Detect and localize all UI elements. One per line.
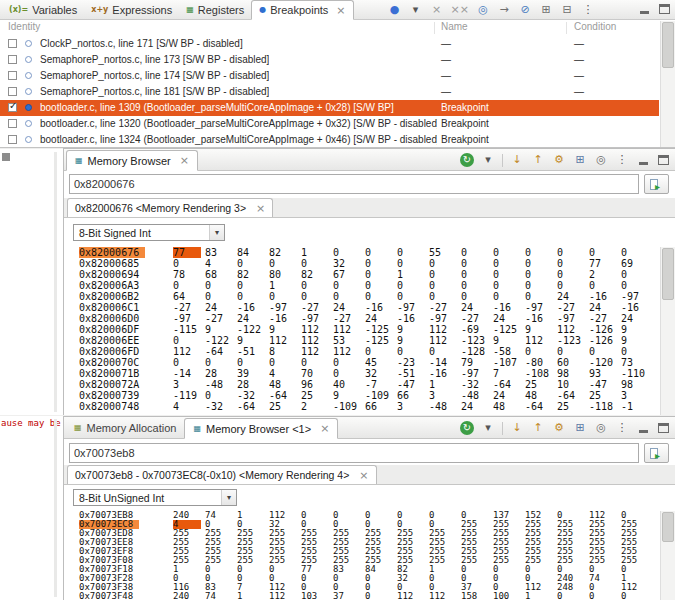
memory-cell[interactable]: 112 [429, 324, 461, 335]
memory-cell[interactable]: 24 [621, 313, 653, 324]
memory-cell[interactable]: 0 [333, 511, 365, 520]
memory-cell[interactable]: 0 [493, 269, 525, 280]
memory-cell[interactable]: 0 [237, 258, 269, 269]
save-memory-icon[interactable]: ↓ [510, 421, 524, 435]
memory-cell[interactable]: 0 [493, 291, 525, 302]
memory-cell[interactable]: 255 [301, 538, 333, 547]
memory-cell[interactable]: 255 [493, 520, 525, 529]
view-menu-icon[interactable]: ⋮ [615, 153, 629, 167]
memory-cell[interactable]: 255 [461, 556, 493, 565]
memory-cell[interactable]: 255 [621, 547, 653, 556]
memory-cell[interactable]: 3 [621, 390, 653, 401]
memory-cell[interactable]: 255 [493, 529, 525, 538]
memory-cell[interactable]: 28 [237, 379, 269, 390]
breakpoint-row[interactable]: SemaphoreP_nortos.c, line 181 [S/W BP - … [0, 84, 659, 100]
memory-cell[interactable]: 0 [461, 247, 493, 258]
memory-cell[interactable]: 240 [173, 592, 205, 600]
memory-cell[interactable]: 1 [397, 269, 429, 280]
fill-memory-icon[interactable]: ⚙ [552, 153, 566, 167]
memory-cell[interactable]: 0 [333, 247, 365, 258]
breakpoint-checkbox[interactable] [8, 39, 17, 48]
memory-cell[interactable]: 2 [301, 401, 333, 412]
memory-cell[interactable]: 0 [237, 565, 269, 574]
breakpoint-row[interactable]: bootloader.c, line 1324 (Bootloader_pars… [0, 132, 659, 148]
memory-cell[interactable]: 4 [205, 258, 237, 269]
memory-cell[interactable]: -123 [461, 335, 493, 346]
go-to-address-button[interactable]: ▸ [644, 174, 669, 194]
memory-cell[interactable]: 112 [301, 324, 333, 335]
memory-cell[interactable]: 255 [525, 538, 557, 547]
memory-cell[interactable]: 79 [461, 357, 493, 368]
memory-cell[interactable]: 9 [269, 324, 301, 335]
tab-memory-browser-1[interactable]: ▦Memory Browser <1>× [184, 418, 338, 439]
memory-cell[interactable]: 255 [621, 529, 653, 538]
tab-variables[interactable]: (x)=Variables [2, 0, 84, 19]
memory-cell[interactable]: 98 [557, 368, 589, 379]
memory-cell[interactable]: -122 [237, 324, 269, 335]
memory-cell[interactable]: 37 [333, 592, 365, 600]
memory-cell[interactable]: 0 [557, 247, 589, 258]
memory-cell[interactable]: -16 [525, 313, 557, 324]
memory-cell[interactable]: 24 [205, 302, 237, 313]
memory-cell[interactable]: 48 [493, 401, 525, 412]
memory-cell[interactable]: 73 [621, 357, 653, 368]
memory-cell[interactable]: -115 [173, 324, 205, 335]
memory-cell[interactable]: 39 [237, 368, 269, 379]
memory-cell[interactable]: -16 [589, 291, 621, 302]
memory-cell[interactable]: 0 [237, 520, 269, 529]
memory-cell[interactable]: 0 [333, 583, 365, 592]
memory-cell[interactable]: 255 [301, 556, 333, 565]
memory-cell[interactable]: 0 [237, 357, 269, 368]
memory-cell[interactable]: 0 [269, 258, 301, 269]
memory-cell[interactable]: 0 [461, 511, 493, 520]
scrollbar-thumb[interactable] [662, 512, 674, 542]
memory-cell[interactable]: 248 [557, 583, 589, 592]
view-menu-icon[interactable]: ⋮ [581, 3, 595, 17]
memory-cell[interactable]: -110 [621, 368, 653, 379]
memory-cell[interactable]: 66 [365, 401, 397, 412]
memory-cell[interactable]: 0 [333, 520, 365, 529]
memory-cell[interactable]: 0 [301, 280, 333, 291]
memory-cell[interactable]: 255 [525, 547, 557, 556]
memory-cell[interactable]: 9 [397, 335, 429, 346]
memory-cell[interactable]: 0 [301, 291, 333, 302]
memory-cell[interactable]: 255 [525, 556, 557, 565]
memory-cell[interactable]: 0 [589, 592, 621, 600]
memory-cell[interactable]: 0 [173, 258, 205, 269]
memory-cell[interactable]: 0 [429, 258, 461, 269]
memory-cell[interactable]: 255 [333, 538, 365, 547]
scrollbar[interactable] [54, 152, 57, 412]
memory-cell[interactable]: 112 [269, 592, 301, 600]
skip-all-breakpoints-icon[interactable]: ⊘ [518, 3, 532, 17]
memory-cell[interactable]: 0 [429, 511, 461, 520]
memory-cell[interactable]: 255 [173, 529, 205, 538]
format-dropdown[interactable]: 8-Bit Signed Int ▾ [73, 224, 225, 241]
memory-cell[interactable]: 0 [557, 511, 589, 520]
close-icon[interactable]: × [180, 155, 189, 166]
memory-cell[interactable]: -125 [365, 324, 397, 335]
memory-cell[interactable]: 0 [301, 511, 333, 520]
memory-cell[interactable]: -27 [205, 313, 237, 324]
breakpoint-row[interactable]: SemaphoreP_nortos.c, line 173 [S/W BP - … [0, 52, 659, 68]
memory-cell[interactable]: 25 [557, 401, 589, 412]
memory-cell[interactable]: 255 [397, 556, 429, 565]
memory-cell[interactable]: 9 [333, 390, 365, 401]
memory-cell[interactable]: 255 [269, 556, 301, 565]
memory-cell[interactable]: -32 [237, 390, 269, 401]
memory-cell[interactable]: -107 [493, 357, 525, 368]
memory-cell[interactable]: 0 [365, 280, 397, 291]
memory-cell[interactable]: 69 [621, 258, 653, 269]
memory-cell[interactable]: 0 [333, 368, 365, 379]
memory-cell[interactable]: 100 [493, 592, 525, 600]
memory-cell[interactable]: -109 [333, 401, 365, 412]
tab-registers[interactable]: ▦Registers [179, 0, 251, 19]
memory-cell[interactable]: 32 [269, 520, 301, 529]
memory-cell[interactable]: 255 [397, 547, 429, 556]
memory-cell[interactable]: -122 [205, 335, 237, 346]
memory-cell[interactable]: -32 [205, 401, 237, 412]
memory-cell[interactable]: 74 [589, 574, 621, 583]
memory-cell[interactable]: 32 [333, 258, 365, 269]
memory-cell[interactable]: 45 [365, 357, 397, 368]
memory-cell[interactable]: 24 [461, 401, 493, 412]
memory-cell[interactable]: 3 [173, 379, 205, 390]
